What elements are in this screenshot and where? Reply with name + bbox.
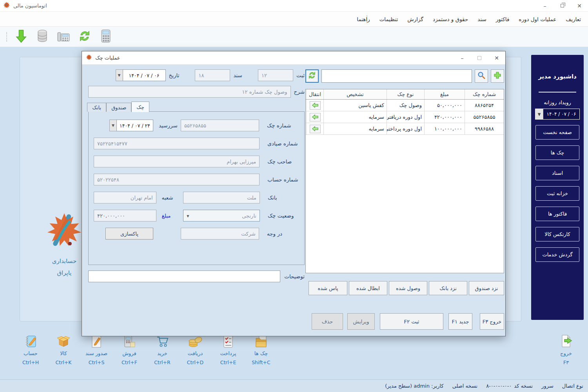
daily-event-date-combo[interactable]: ۱۴۰۴ / ۰۷ / ۰۶ ▼ (535, 109, 580, 120)
menu-payroll[interactable]: حقوق و دستمزد (428, 16, 473, 22)
toolbar-item-purchase[interactable]: خرید Ctrl+R (146, 333, 179, 365)
restore-button[interactable] (554, 0, 571, 12)
transfer-button[interactable] (310, 113, 321, 122)
close-button[interactable]: ✕ (571, 0, 588, 12)
dialog-close-button[interactable]: ✕ (488, 51, 505, 65)
save-button[interactable]: ثبت F۲ (380, 313, 443, 330)
connection-type-value: سرور (541, 383, 554, 389)
menu-document[interactable]: سند (473, 16, 491, 22)
check-owner-field[interactable]: میرزایی بهرام (94, 156, 260, 167)
sidebar-item-treasury[interactable]: خزانه ثبت (535, 186, 579, 201)
search-input[interactable] (321, 69, 472, 83)
fax-button[interactable] (56, 29, 71, 45)
sayadi-number-label: شماره صیادی (262, 140, 299, 147)
app-title: اتوماسیون مالی (13, 3, 47, 9)
dashboard-sidebar: داشبورد مدیر رویداد روزانه ۱۴۰۴ / ۰۷ / ۰… (531, 55, 584, 320)
tab-bank[interactable]: بانک (87, 103, 106, 112)
check-number-field[interactable]: ۵۵۲۶۵۸۵۵ (181, 120, 259, 131)
dialog-minimize-button[interactable]: – (454, 51, 471, 65)
col-detection[interactable]: تشخیص (323, 89, 387, 99)
database-button[interactable] (34, 29, 50, 45)
branch-field[interactable]: امام تهران (94, 192, 156, 203)
due-date-combo[interactable]: ۱۴۰۴ / ۰۷ / ۲۴ ▼ (109, 120, 153, 131)
chevron-down-icon[interactable]: ▼ (535, 109, 543, 119)
toolbar-item-label: خرید (157, 350, 167, 356)
toolbar-item-exit[interactable]: خروج F۳ (552, 333, 580, 365)
col-check-number[interactable]: شماره چک (465, 89, 504, 99)
menu-help[interactable]: راهنما (352, 16, 374, 22)
delete-button[interactable]: حذف (312, 313, 343, 330)
notes-input[interactable] (88, 270, 280, 282)
col-transfer[interactable]: انتقال (306, 89, 323, 99)
refresh-icon (308, 71, 316, 81)
table-row[interactable]: ۸۸۶۵۲۵۴ ۵۰,۰۰۰,۰۰۰ وصول چک کفش یاسین (306, 100, 504, 111)
col-check-type[interactable]: نوع چک (387, 89, 424, 99)
cell-detection: سرمایه (323, 123, 387, 134)
due-date-value: ۱۴۰۴ / ۰۷ / ۲۴ (116, 120, 153, 131)
account-book-icon (24, 333, 37, 350)
toolbar-item-pay[interactable]: پرداخت Ctrl+E (212, 333, 245, 365)
amount-field[interactable]: ۴۲۰,۰۰۰,۰۰۰ (94, 210, 156, 221)
search-button[interactable] (475, 69, 488, 83)
edit-button[interactable]: ویرایش (347, 313, 375, 330)
sidebar-item-invoices[interactable]: فاکتور ها (535, 207, 579, 221)
toolbar-item-issue-document[interactable]: صدور سند Ctrl+S (80, 333, 113, 365)
col-amount[interactable]: مبلغ (424, 89, 465, 99)
brand-caption-1: حسابداری (41, 258, 88, 265)
exit-button[interactable]: خروج F۳ (480, 313, 504, 330)
new-button[interactable]: جدید F۱ (448, 313, 472, 330)
filter-cleared-button[interactable]: پاس شده (309, 281, 347, 295)
table-row[interactable]: ۵۵۲۶۵۸۵۵ ۴۲۰,۰۰۰,۰۰۰ اول دوره دریافتی سر… (306, 111, 504, 123)
toolbar-item-label: خروج (560, 350, 572, 356)
add-button[interactable] (491, 69, 504, 83)
sayadi-number-field[interactable]: ۷۵۲۲۵۴۱۵۴۷۷ (94, 138, 260, 149)
toolbar-item-label: دریافت (188, 350, 203, 356)
chevron-down-icon[interactable]: ▼ (109, 120, 116, 131)
filter-at-bank-button[interactable]: نزد بانک (429, 281, 467, 295)
dialog-maximize-button[interactable] (471, 51, 488, 65)
goods-box-icon (56, 333, 71, 350)
filter-at-cashbox-button[interactable]: نزد صندوق (469, 281, 504, 295)
toolbar-item-checks[interactable]: چک ها Shift+C (245, 333, 278, 365)
register-field[interactable]: ۱۲ (258, 69, 293, 81)
main-toolbar (0, 27, 588, 47)
calculator-button[interactable] (98, 29, 114, 45)
menu-settings[interactable]: تنظیمات (375, 16, 403, 22)
checks-table: شماره چک مبلغ نوع چک تشخیص انتقال ۸۸۶۵۲۵… (305, 89, 504, 273)
table-row[interactable]: ۹۹۸۶۵۸۸ ۱۰۰,۰۰۰,۰۰۰ اول دوره پرداختی سرم… (306, 123, 504, 135)
payee-field[interactable]: شرکت (181, 228, 259, 240)
toolbar-item-shortcut: Ctrl+E (220, 359, 236, 365)
bank-field[interactable]: ملت (183, 192, 260, 203)
refresh-list-button[interactable] (305, 69, 319, 83)
transfer-button[interactable] (310, 101, 321, 110)
menu-first-period-ops[interactable]: عملیات اول دوره (514, 16, 561, 22)
sync-button[interactable] (77, 29, 93, 45)
toolbar-item-goods[interactable]: کالا Ctrl+K (47, 333, 80, 365)
sidebar-item-services-flow[interactable]: گردش خدمات (535, 247, 579, 262)
description-field[interactable]: وصول چک شماره ۱۲ (88, 86, 291, 98)
filter-collected-button[interactable]: وصول شده (389, 281, 427, 295)
transfer-button[interactable] (310, 125, 321, 133)
import-button[interactable] (13, 29, 29, 45)
tab-check[interactable]: چک (131, 102, 149, 112)
clear-button[interactable]: پاکسازی (105, 228, 153, 240)
menu-definitions[interactable]: تعاریف (561, 16, 586, 22)
toolbar-item-account[interactable]: حساب Ctrl+H (14, 333, 47, 365)
toolbar-item-receive[interactable]: دریافت Ctrl+D (179, 333, 212, 365)
doc-field[interactable]: ۱۸ (195, 69, 230, 81)
sidebar-item-documents[interactable]: اسناد (535, 166, 579, 180)
filter-voided-button[interactable]: ابطال شده (349, 281, 387, 295)
sidebar-item-checks[interactable]: چک ها (535, 145, 579, 160)
menu-invoice[interactable]: فاکتور (491, 16, 514, 22)
tab-cashbox[interactable]: صندوق (106, 103, 131, 112)
date-combo[interactable]: ۱۴۰۴ / ۰۷ / ۰۶ ▼ (116, 69, 166, 81)
toolbar-item-sale[interactable]: فروش Ctrl+F (113, 333, 146, 365)
chevron-down-icon[interactable]: ▼ (116, 69, 123, 81)
sidebar-item-goods-cardex[interactable]: کارتکس کالا (535, 227, 579, 241)
account-number-field[interactable]: ۵۲۰۲۲۵۴۸ (94, 174, 260, 185)
daily-event-label: رویداد روزانه (531, 100, 584, 105)
minimize-button[interactable]: – (536, 0, 554, 12)
sidebar-item-home[interactable]: صفحه نخست (535, 125, 579, 140)
check-status-dropdown[interactable]: نارنجی ▼ (183, 210, 260, 221)
menu-report[interactable]: گزارش (403, 16, 428, 22)
